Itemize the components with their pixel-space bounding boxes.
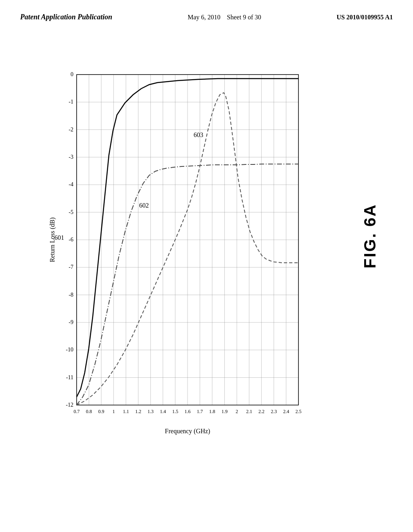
publication-title: Patent Application Publication [20, 12, 112, 22]
figure-label: FIG. 6A [361, 204, 379, 268]
svg-text:2: 2 [236, 409, 238, 414]
svg-text:-7: -7 [69, 264, 73, 270]
svg-text:-9: -9 [69, 319, 73, 325]
svg-text:2.4: 2.4 [283, 409, 289, 414]
svg-text:1.5: 1.5 [172, 409, 178, 414]
svg-text:0: 0 [71, 71, 73, 77]
svg-text:1.6: 1.6 [185, 409, 191, 414]
svg-text:-6: -6 [69, 237, 73, 243]
svg-text:-1: -1 [69, 99, 73, 105]
header: Patent Application Publication May 6, 20… [0, 0, 413, 26]
y-axis-label: Return Loss (dB) [49, 218, 56, 262]
svg-text:1.1: 1.1 [123, 409, 129, 414]
svg-text:1.2: 1.2 [135, 409, 141, 414]
svg-text:2.2: 2.2 [259, 409, 265, 414]
svg-text:-5: -5 [69, 209, 73, 215]
svg-rect-0 [44, 62, 347, 445]
svg-text:0.8: 0.8 [86, 409, 92, 414]
svg-text:-3: -3 [69, 154, 73, 160]
svg-text:2.1: 2.1 [246, 409, 252, 414]
svg-text:2.5: 2.5 [296, 409, 302, 414]
svg-text:-10: -10 [66, 347, 73, 353]
label-603: 603 [194, 131, 203, 138]
svg-text:1: 1 [113, 409, 115, 414]
svg-text:1.7: 1.7 [197, 409, 203, 414]
label-601: 601 [54, 234, 64, 241]
label-602: 602 [139, 202, 149, 209]
svg-text:2.3: 2.3 [271, 409, 277, 414]
svg-text:1.9: 1.9 [221, 409, 227, 414]
chart-svg: 0 -1 -2 -3 -4 -5 -6 -7 -8 -9 -10 -11 -12 [44, 62, 347, 445]
svg-text:-11: -11 [66, 374, 73, 380]
svg-text:-4: -4 [69, 181, 73, 187]
svg-text:1.4: 1.4 [160, 409, 166, 414]
sheet-info: Sheet 9 of 30 [227, 14, 261, 21]
patent-number: US 2010/0109955 A1 [336, 12, 393, 21]
svg-text:0.7: 0.7 [74, 409, 80, 414]
x-axis-label: Frequency (GHz) [165, 428, 210, 435]
header-date-sheet: May 6, 2010 Sheet 9 of 30 [188, 12, 261, 21]
svg-text:1.3: 1.3 [148, 409, 154, 414]
svg-text:-8: -8 [69, 292, 73, 298]
publication-date: May 6, 2010 [188, 14, 220, 21]
svg-text:0.9: 0.9 [98, 409, 104, 414]
svg-text:-2: -2 [69, 127, 73, 133]
svg-text:1.8: 1.8 [209, 409, 215, 414]
svg-text:-12: -12 [66, 402, 73, 408]
